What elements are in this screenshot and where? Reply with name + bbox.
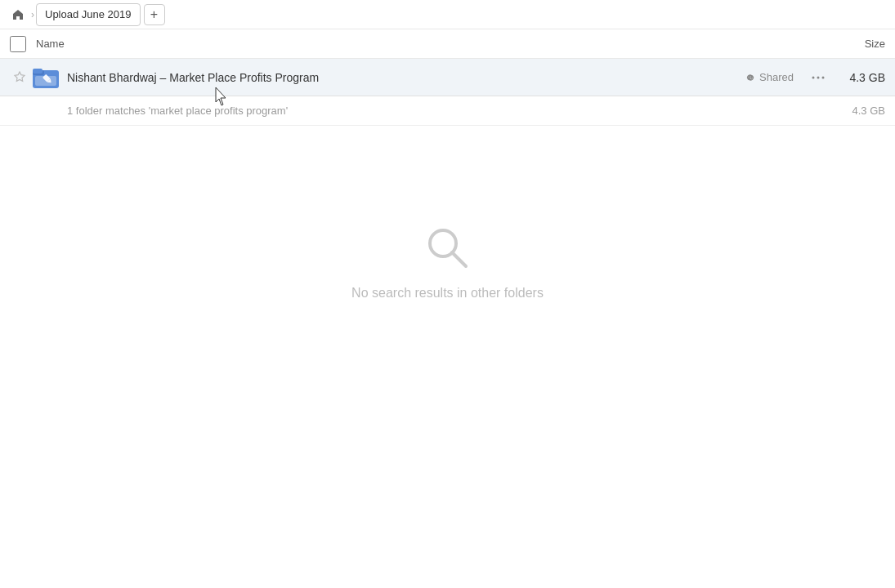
breadcrumb-tab-label: Upload June 2019 xyxy=(45,8,132,20)
svg-line-10 xyxy=(452,252,466,266)
more-options-button[interactable] xyxy=(807,66,830,89)
size-column-header: Size xyxy=(820,38,885,50)
select-all-checkbox[interactable] xyxy=(10,36,26,52)
empty-state: No search results in other folders xyxy=(0,126,895,301)
match-size: 4.3 GB xyxy=(852,105,885,117)
breadcrumb-tab[interactable]: Upload June 2019 xyxy=(36,3,141,26)
no-results-text: No search results in other folders xyxy=(351,286,544,301)
match-count-row: 1 folder matches 'market place profits p… xyxy=(0,96,895,126)
add-tab-button[interactable]: + xyxy=(144,4,165,25)
svg-point-6 xyxy=(812,76,815,78)
folder-icon xyxy=(33,65,59,91)
add-tab-icon: + xyxy=(150,7,158,22)
column-header: Name Size xyxy=(0,29,895,59)
svg-point-7 xyxy=(817,76,820,78)
home-button[interactable] xyxy=(7,3,29,26)
table-row[interactable]: Nishant Bhardwaj – Market Place Profits … xyxy=(0,59,895,96)
link-icon xyxy=(745,72,756,83)
top-bar: › Upload June 2019 + xyxy=(0,0,895,29)
no-results-search-icon xyxy=(423,224,472,273)
shared-label: Shared xyxy=(759,71,794,83)
shared-badge: Shared xyxy=(745,71,794,83)
name-column-header: Name xyxy=(36,38,820,50)
match-count-text: 1 folder matches 'market place profits p… xyxy=(67,105,288,117)
svg-point-8 xyxy=(822,76,825,78)
file-size: 4.3 GB xyxy=(836,71,885,84)
breadcrumb-separator: › xyxy=(31,9,34,20)
svg-rect-2 xyxy=(33,69,43,74)
file-name: Nishant Bhardwaj – Market Place Profits … xyxy=(67,71,745,84)
star-button[interactable] xyxy=(10,68,29,87)
